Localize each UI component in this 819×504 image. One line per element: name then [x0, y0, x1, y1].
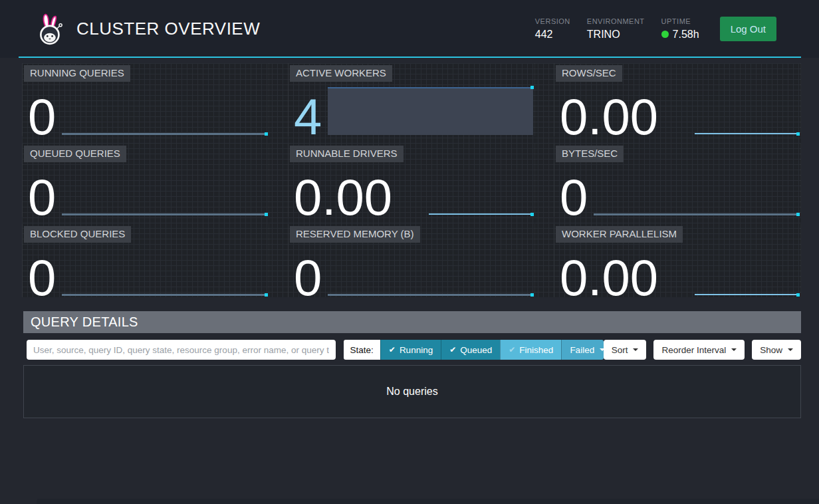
- stat-value: 0: [560, 178, 588, 217]
- sparkline: [62, 294, 267, 296]
- check-icon: ✔: [509, 345, 515, 354]
- caret-down-icon: [633, 348, 638, 351]
- query-toolbar: State: ✔ Running ✔ Queued ✔ Finished Fai…: [23, 340, 801, 360]
- stat-label: QUEUED QUERIES: [24, 146, 126, 162]
- sparkline: [695, 133, 799, 134]
- sparkline-dot: [796, 132, 800, 136]
- uptime-status-dot-icon: [661, 31, 669, 38]
- stat-value: 0: [28, 178, 56, 217]
- app-header: CLUSTER OVERVIEW VERSION 442 ENVIRONMENT…: [0, 0, 819, 58]
- stat-label: BLOCKED QUERIES: [24, 226, 131, 243]
- state-filter-finished-label: Finished: [519, 345, 553, 355]
- uptime-meta: UPTIME 7.58h: [661, 17, 699, 41]
- sort-dropdown[interactable]: Sort: [604, 340, 647, 360]
- sparkline-dot: [796, 293, 800, 297]
- stat-label: RUNNING QUERIES: [24, 65, 130, 82]
- caret-down-icon: [731, 348, 737, 351]
- state-filter-running[interactable]: ✔ Running: [380, 340, 441, 360]
- stat-value: 0: [294, 259, 322, 297]
- stat-tile-rows-per-sec: ROWS/SEC 0.00: [554, 63, 801, 136]
- page-title: CLUSTER OVERVIEW: [76, 19, 260, 39]
- version-label: VERSION: [535, 17, 570, 25]
- stat-tile-active-workers: ACTIVE WORKERS 4: [288, 63, 535, 136]
- stat-tile-running-queries: RUNNING QUERIES 0: [22, 63, 269, 136]
- sparkline-dot: [530, 86, 534, 89]
- stat-tile-bytes-per-sec: BYTES/SEC 0: [554, 144, 801, 217]
- section-title: QUERY DETAILS: [31, 315, 138, 330]
- sparkline-dot: [265, 213, 268, 216]
- check-icon: ✔: [389, 345, 396, 354]
- stat-tile-queued-queries: QUEUED QUERIES 0: [22, 144, 269, 217]
- stat-label: RUNNABLE DRIVERS: [290, 146, 404, 162]
- sparkline: [429, 213, 533, 215]
- state-filter-queued-label: Queued: [460, 345, 492, 355]
- stat-label: RESERVED MEMORY (B): [290, 226, 420, 243]
- reorder-interval-label: Reorder Interval: [661, 345, 726, 355]
- state-filter-failed-dropdown[interactable]: Failed: [561, 340, 603, 360]
- empty-queries-message: No queries: [386, 386, 437, 398]
- stat-label: ACTIVE WORKERS: [290, 65, 392, 82]
- show-dropdown[interactable]: Show: [752, 340, 801, 360]
- sparkline-dot: [530, 213, 534, 216]
- sparkline-dot: [796, 213, 800, 216]
- environment-meta: ENVIRONMENT TRINO: [587, 17, 645, 41]
- stat-tile-blocked-queries: BLOCKED QUERIES 0: [22, 224, 269, 297]
- uptime-value-row: 7.58h: [661, 29, 699, 41]
- stat-value: 0: [28, 98, 56, 136]
- sparkline-dot: [530, 293, 534, 297]
- stat-tile-worker-parallelism: WORKER PARALLELISM 0.00: [554, 224, 801, 297]
- sparkline-dot: [265, 132, 268, 136]
- environment-label: ENVIRONMENT: [587, 17, 645, 25]
- sparkline: [594, 213, 799, 215]
- sparkline: [695, 294, 799, 295]
- bottom-scrollbar-track[interactable]: [37, 499, 819, 504]
- version-meta: VERSION 442: [535, 17, 570, 41]
- trino-bunny-logo-icon: [36, 13, 66, 46]
- sparkline-area: [328, 87, 533, 135]
- sparkline: [62, 133, 267, 135]
- sparkline-dot: [265, 293, 268, 297]
- stat-value: 0.00: [560, 259, 658, 297]
- query-details-header: QUERY DETAILS: [23, 311, 801, 333]
- stat-value: 0: [28, 259, 56, 297]
- state-filter-finished[interactable]: ✔ Finished: [500, 340, 561, 360]
- reorder-interval-dropdown[interactable]: Reorder Interval: [653, 340, 745, 360]
- sort-label: Sort: [612, 345, 628, 355]
- state-filter-queued[interactable]: ✔ Queued: [441, 340, 500, 360]
- cluster-meta: VERSION 442 ENVIRONMENT TRINO UPTIME 7.5…: [535, 17, 699, 41]
- stat-label: BYTES/SEC: [556, 146, 624, 162]
- check-icon: ✔: [449, 345, 456, 354]
- caret-down-icon: [788, 348, 793, 351]
- logout-button[interactable]: Log Out: [720, 17, 776, 41]
- show-label: Show: [760, 345, 782, 355]
- state-filter-failed-label: Failed: [570, 345, 594, 355]
- header-accent-line: [19, 57, 801, 58]
- state-filter-running-label: Running: [400, 345, 433, 355]
- state-filter-label: State:: [344, 340, 380, 360]
- query-list-panel: No queries: [23, 365, 801, 418]
- sparkline: [62, 213, 267, 215]
- stat-tile-reserved-memory: RESERVED MEMORY (B) 0: [288, 224, 535, 297]
- sparkline: [328, 294, 533, 296]
- toolbar-right-buttons: Sort Reorder Interval Show: [604, 340, 801, 360]
- stat-value: 0.00: [294, 178, 392, 217]
- state-filter-group: State: ✔ Running ✔ Queued ✔ Finished Fai…: [344, 340, 604, 360]
- stat-label: WORKER PARALLELISM: [556, 226, 683, 243]
- version-value: 442: [535, 29, 570, 41]
- environment-value: TRINO: [587, 29, 645, 41]
- stat-label: ROWS/SEC: [556, 65, 622, 82]
- uptime-label: UPTIME: [661, 17, 699, 25]
- stat-tile-runnable-drivers: RUNNABLE DRIVERS 0.00: [288, 144, 535, 217]
- uptime-value: 7.58h: [673, 29, 699, 40]
- query-details-section: QUERY DETAILS State: ✔ Running ✔ Queued …: [23, 311, 801, 418]
- stat-value: 4: [294, 98, 322, 136]
- cluster-stats-grid: RUNNING QUERIES 0 ACTIVE WORKERS 4 ROWS/…: [22, 63, 801, 297]
- query-search-input[interactable]: [27, 340, 336, 360]
- stat-value: 0.00: [560, 98, 658, 136]
